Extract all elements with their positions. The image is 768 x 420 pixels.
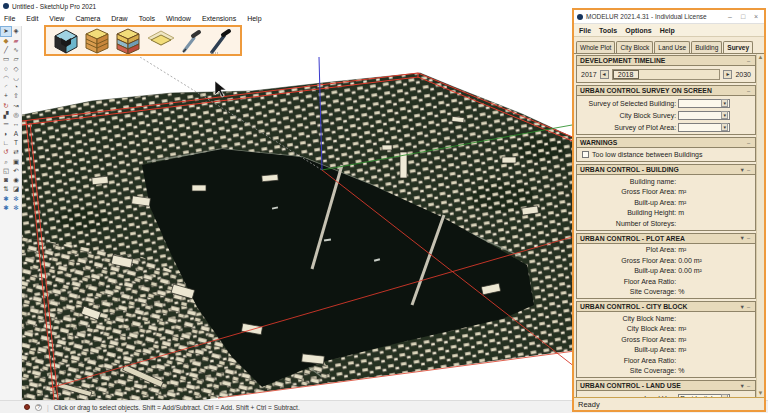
- section-header-land-use[interactable]: URBAN CONTROL - LAND USE ▼–: [577, 381, 755, 391]
- scale-tool[interactable]: ▞: [1, 111, 11, 120]
- orbit-tool[interactable]: ↺: [1, 148, 11, 157]
- modelur-cube-icon[interactable]: [53, 28, 79, 54]
- zoom-tool[interactable]: ⌕: [1, 157, 11, 166]
- collapse-icon[interactable]: –: [747, 88, 752, 94]
- rotate-tool[interactable]: ↻: [1, 101, 11, 110]
- freehand-tool[interactable]: ∿: [11, 46, 21, 55]
- protractor-tool[interactable]: ◗: [1, 129, 11, 138]
- collapse-icon[interactable]: –: [747, 304, 752, 310]
- move-tool[interactable]: +: [1, 92, 11, 101]
- menu-camera[interactable]: Camera: [75, 15, 100, 22]
- pan-tool[interactable]: ⇄: [11, 148, 21, 157]
- viewport-canvas[interactable]: [22, 57, 572, 400]
- view-tool-1[interactable]: ✱: [1, 194, 11, 203]
- menu-window[interactable]: Window: [166, 15, 191, 22]
- collapse-icon[interactable]: –: [747, 58, 752, 64]
- offset-tool[interactable]: ◎: [11, 111, 21, 120]
- section-header-city-block[interactable]: URBAN CONTROL - CITY BLOCK ▼–: [577, 302, 755, 312]
- menu-tools[interactable]: Tools: [139, 15, 155, 22]
- eyedropper-icon[interactable]: [180, 28, 204, 54]
- zoom-window-tool[interactable]: ▣: [11, 157, 21, 166]
- create-plot-icon[interactable]: [147, 29, 175, 53]
- tab-building[interactable]: Building: [691, 41, 722, 53]
- two-point-arc-tool[interactable]: ◡: [11, 73, 21, 82]
- minimize-button[interactable]: –: [725, 13, 735, 20]
- collapse-icon[interactable]: –: [747, 383, 752, 389]
- previous-view-tool[interactable]: ↶: [11, 166, 21, 175]
- view-tool-4[interactable]: ✻: [11, 204, 21, 213]
- tab-land-use[interactable]: Land Use: [654, 41, 690, 53]
- axes-tool[interactable]: ∟: [1, 139, 11, 148]
- position-camera-tool[interactable]: ◙: [1, 176, 11, 185]
- menu-view[interactable]: View: [49, 15, 64, 22]
- close-button[interactable]: ×: [751, 13, 761, 20]
- view-tool-3[interactable]: ✱: [1, 204, 11, 213]
- maximize-button[interactable]: □: [738, 13, 748, 20]
- menu-edit[interactable]: Edit: [26, 15, 38, 22]
- arc-tool[interactable]: ◠: [1, 73, 11, 82]
- land-use-select[interactable]: Residential ▾: [678, 394, 730, 398]
- help-icon[interactable]: ?: [35, 404, 42, 411]
- filter-icon[interactable]: ▼: [739, 383, 746, 389]
- modelur-menu-tools[interactable]: Tools: [599, 27, 617, 34]
- section-header-warnings[interactable]: WARNINGS –: [577, 138, 755, 148]
- walk-tool[interactable]: ⇅: [1, 185, 11, 194]
- filter-icon[interactable]: ▼: [739, 304, 746, 310]
- building-storeys-icon[interactable]: [115, 28, 141, 54]
- distance-warning-checkbox[interactable]: [582, 151, 589, 158]
- tab-whole-plot[interactable]: Whole Plot: [576, 41, 615, 53]
- section-header-survey[interactable]: URBAN CONTROL SURVEY ON SCREEN –: [577, 86, 755, 96]
- eyedropper-dark-icon[interactable]: [209, 28, 233, 54]
- text-tool[interactable]: A: [11, 129, 21, 138]
- push-pull-tool[interactable]: ⇧: [11, 92, 21, 101]
- view-tool-2[interactable]: ✻: [11, 194, 21, 203]
- section-header-timeline[interactable]: DEVELOPMENT TIMELINE –: [577, 56, 755, 66]
- rotated-rectangle-tool[interactable]: ▱: [11, 55, 21, 64]
- filter-icon[interactable]: ▼: [739, 235, 746, 241]
- select-tool[interactable]: ➤: [1, 27, 11, 36]
- menu-draw[interactable]: Draw: [111, 15, 127, 22]
- section-header-building[interactable]: URBAN CONTROL - BUILDING ▼–: [577, 165, 755, 175]
- modelur-menu-options[interactable]: Options: [625, 27, 651, 34]
- section-plane-tool[interactable]: ◪: [11, 185, 21, 194]
- modelur-menu-help[interactable]: Help: [660, 27, 675, 34]
- geolocation-icon[interactable]: [24, 404, 30, 410]
- timeline-next-button[interactable]: ►: [723, 70, 732, 79]
- collapse-icon[interactable]: –: [747, 167, 752, 173]
- rectangle-tool[interactable]: ▭: [1, 55, 11, 64]
- make-component-tool[interactable]: ◈: [11, 27, 21, 36]
- dimension-tool[interactable]: ↔: [11, 120, 21, 129]
- line-tool[interactable]: ╱: [1, 46, 11, 55]
- timeline-track[interactable]: 2018: [612, 69, 721, 80]
- survey-plot-select[interactable]: ▾: [678, 123, 730, 132]
- three-point-arc-tool[interactable]: ◜: [1, 83, 11, 92]
- circle-tool[interactable]: ○: [1, 64, 11, 73]
- menu-file[interactable]: File: [4, 15, 15, 22]
- paint-bucket-tool[interactable]: ◆: [1, 36, 11, 45]
- menu-extensions[interactable]: Extensions: [202, 15, 236, 22]
- timeline-prev-button[interactable]: ◄: [600, 70, 609, 79]
- collapse-icon[interactable]: –: [747, 235, 752, 241]
- survey-cityblock-select[interactable]: ▾: [678, 111, 730, 120]
- scroll-up-icon[interactable]: ▲: [758, 54, 764, 61]
- look-around-tool[interactable]: ◉: [11, 176, 21, 185]
- menu-help[interactable]: Help: [247, 15, 261, 22]
- polygon-tool[interactable]: ◇: [11, 64, 21, 73]
- section-header-plot-area[interactable]: URBAN CONTROL - PLOT AREA ▼–: [577, 234, 755, 244]
- survey-building-select[interactable]: ▾: [678, 99, 730, 108]
- modelur-menu-file[interactable]: File: [579, 27, 591, 34]
- create-building-icon[interactable]: [84, 28, 110, 54]
- zoom-extents-tool[interactable]: ◱: [1, 166, 11, 175]
- eraser-tool[interactable]: ▰: [11, 36, 21, 45]
- 3d-text-tool[interactable]: T: [11, 139, 21, 148]
- panel-scrollbar[interactable]: ▲ ▼: [756, 54, 764, 397]
- tab-city-block[interactable]: City Block: [616, 41, 653, 53]
- scroll-down-icon[interactable]: ▼: [758, 390, 764, 397]
- viewport[interactable]: [22, 57, 572, 400]
- follow-me-tool[interactable]: ↝: [11, 101, 21, 110]
- timeline-handle[interactable]: 2018: [613, 70, 639, 79]
- tape-measure-tool[interactable]: ═: [1, 120, 11, 129]
- filter-icon[interactable]: ▼: [739, 167, 746, 173]
- pie-tool[interactable]: ◔: [11, 83, 21, 92]
- collapse-icon[interactable]: –: [747, 140, 752, 146]
